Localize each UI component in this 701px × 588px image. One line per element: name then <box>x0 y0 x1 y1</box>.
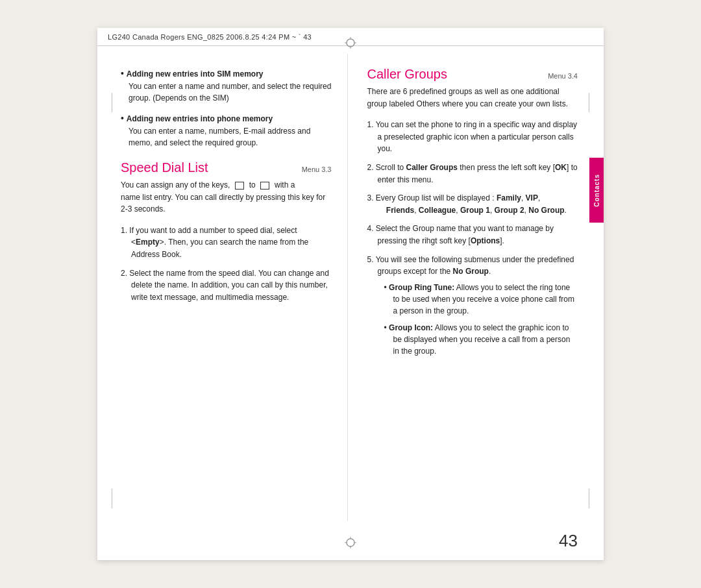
crosshair-bottom-icon <box>345 537 356 548</box>
caller-groups-item-5: 5. You will see the following submenus u… <box>367 254 578 357</box>
svg-point-0 <box>347 39 354 47</box>
key-box-right <box>260 182 269 190</box>
caller-groups-title: Caller Groups <box>367 67 447 82</box>
speed-dial-list: 1. If you want to add a number to speed … <box>121 225 332 304</box>
crosshair-top-icon <box>345 37 356 49</box>
caller-groups-item-2: 2. Scroll to Caller Groups then press th… <box>367 162 578 186</box>
bullet-phone-title: Adding new entries into phone memory <box>127 114 273 123</box>
caller-groups-item-3: 3. Every Group list will be displayed : … <box>367 192 578 216</box>
key-box-left <box>235 182 244 190</box>
speed-dial-item-1: 1. If you want to add a number to speed … <box>121 225 332 261</box>
header-text: LG240 Canada Rogers ENG_0825 2006.8.25 4… <box>108 33 312 41</box>
caller-groups-list: 1. You can set the phone to ring in a sp… <box>367 119 578 357</box>
caller-groups-heading: Caller Groups Menu 3.4 <box>367 67 578 82</box>
bullet-phone-body: You can enter a name, numbers, E-mail ad… <box>121 125 332 149</box>
caller-groups-section: Caller Groups Menu 3.4 There are 6 prede… <box>367 67 578 357</box>
left-column: Adding new entries into SIM memory You c… <box>97 54 348 521</box>
sub-bullet-ring-tune: Group Ring Tune: Allows you to select th… <box>384 282 578 317</box>
sub-bullet-group-icon: Group Icon: Allows you to select the gra… <box>384 322 578 357</box>
caller-groups-intro: There are 6 predefined groups as well as… <box>367 86 578 110</box>
bullet-sim-body: You can enter a name and number, and sel… <box>121 80 332 104</box>
speed-dial-menu-label: Menu 3.3 <box>302 165 332 173</box>
caller-groups-item-1: 1. You can set the phone to ring in a sp… <box>367 119 578 155</box>
svg-point-5 <box>347 539 354 546</box>
bullet-sim-memory: Adding new entries into SIM memory You c… <box>121 67 332 104</box>
speed-dial-section: Speed Dial List Menu 3.3 You can assign … <box>121 160 332 303</box>
manual-page: LG240 Canada Rogers ENG_0825 2006.8.25 4… <box>97 28 604 560</box>
bullet-phone-memory: Adding new entries into phone memory You… <box>121 112 332 149</box>
caller-groups-item-4: 4. Select the Group name that you want t… <box>367 223 578 247</box>
speed-dial-item-2: 2. Select the name from the speed dial. … <box>121 267 332 304</box>
caller-groups-menu-label: Menu 3.4 <box>548 72 578 80</box>
page-number: 43 <box>559 531 578 551</box>
speed-dial-intro: You can assign any of the keys, to with … <box>121 179 332 215</box>
bullet-sim-title: Adding new entries into SIM memory <box>127 69 264 79</box>
speed-dial-heading: Speed Dial List Menu 3.3 <box>121 160 332 175</box>
sim-bullets: Adding new entries into SIM memory You c… <box>121 67 332 149</box>
right-column: Caller Groups Menu 3.4 There are 6 prede… <box>348 54 604 521</box>
speed-dial-title: Speed Dial List <box>121 160 208 175</box>
page-content: Adding new entries into SIM memory You c… <box>97 54 604 521</box>
